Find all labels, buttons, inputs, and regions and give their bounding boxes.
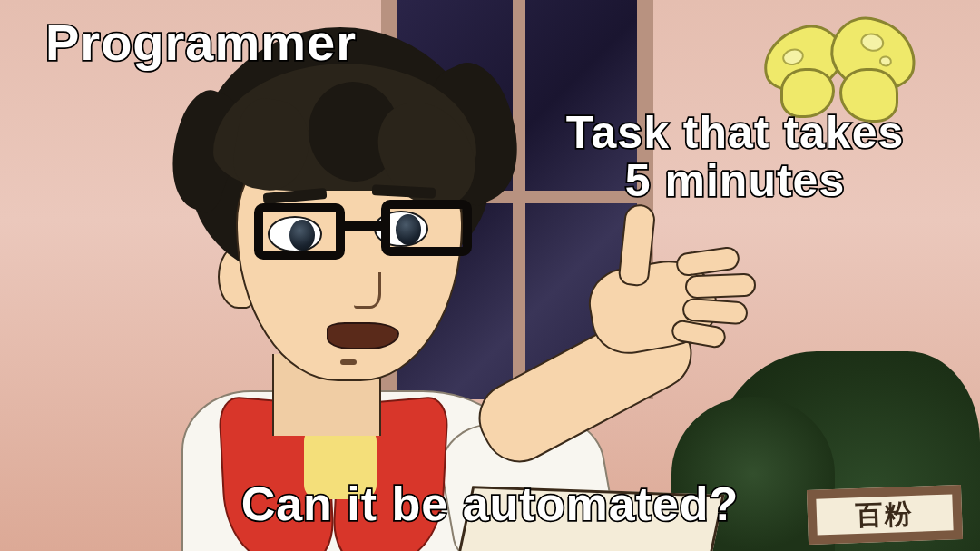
meme-image: 百粉 Programmer Task that takes5 minutes C…	[0, 0, 980, 551]
meme-label-subject: Programmer	[45, 16, 357, 70]
gesturing-hand	[572, 209, 744, 354]
glasses-icon	[254, 200, 472, 263]
meme-label-object: Task that takes5 minutes	[544, 109, 926, 204]
meme-caption: Can it be automated?	[0, 479, 980, 529]
